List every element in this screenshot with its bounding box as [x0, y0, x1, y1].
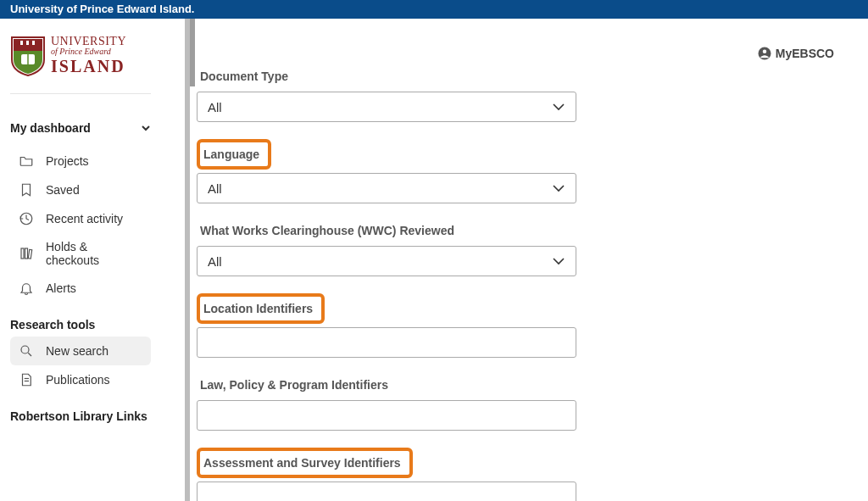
books-icon	[19, 246, 34, 261]
myebsco-link[interactable]: MyEBSCO	[757, 46, 834, 61]
sidebar-item-label: Projects	[46, 154, 89, 168]
svg-rect-2	[26, 41, 29, 45]
sidebar-item-label: Holds & checkouts	[46, 240, 142, 267]
svg-point-10	[21, 346, 29, 353]
input-law-policy[interactable]	[197, 400, 576, 431]
research-tools-heading: Research tools	[10, 318, 151, 331]
logo-text: UNIVERSITY of Prince Edward ISLAND	[51, 36, 126, 75]
chevron-down-icon	[552, 100, 565, 114]
institution-logo: UNIVERSITY of Prince Edward ISLAND	[10, 34, 151, 94]
field-wwc: What Works Clearinghouse (WWC) Reviewed …	[197, 220, 576, 276]
research-tools-nav: New search Publications	[10, 337, 151, 394]
sidebar-item-saved[interactable]: Saved	[10, 175, 151, 204]
input-assessment[interactable]	[197, 482, 576, 501]
field-law-policy: Law, Policy & Program Identifiers	[197, 375, 576, 431]
select-value: All	[208, 254, 222, 269]
sidebar-item-publications[interactable]: Publications	[10, 365, 151, 394]
history-icon	[19, 211, 34, 226]
select-wwc[interactable]: All	[197, 246, 576, 276]
label-law-policy: Law, Policy & Program Identifiers	[197, 375, 392, 395]
search-icon	[19, 343, 34, 359]
bell-icon	[19, 281, 34, 296]
header-title: University of Prince Edward Island.	[10, 3, 194, 15]
label-document-type: Document Type	[197, 66, 292, 86]
svg-line-11	[28, 353, 31, 356]
dashboard-nav: Projects Saved Recent activity Holds & c…	[10, 147, 151, 303]
bookmark-icon	[19, 182, 34, 198]
myebsco-label: MyEBSCO	[776, 47, 834, 60]
input-location-identifiers[interactable]	[197, 327, 576, 358]
sidebar-item-new-search[interactable]: New search	[10, 337, 151, 365]
svg-rect-9	[28, 249, 31, 259]
sidebar-item-holds-checkouts[interactable]: Holds & checkouts	[10, 233, 151, 274]
label-location-identifiers: Location Identifiers	[197, 293, 325, 324]
label-wwc: What Works Clearinghouse (WWC) Reviewed	[197, 220, 458, 241]
my-dashboard-label: My dashboard	[10, 121, 91, 135]
select-language[interactable]: All	[197, 173, 576, 203]
sidebar-item-label: Alerts	[46, 281, 76, 295]
sidebar-item-label: Publications	[46, 373, 110, 387]
sidebar: UNIVERSITY of Prince Edward ISLAND My da…	[0, 19, 161, 501]
main-content: MyEBSCO Document Type All Language All	[161, 19, 868, 501]
svg-rect-3	[32, 41, 35, 45]
sidebar-item-label: New search	[46, 344, 108, 358]
svg-rect-8	[25, 248, 28, 259]
chevron-down-icon	[141, 123, 151, 133]
select-value: All	[208, 181, 222, 196]
label-assessment: Assessment and Survey Identifiers	[197, 448, 413, 478]
label-language: Language	[197, 139, 271, 170]
select-value: All	[208, 100, 222, 114]
my-dashboard-toggle[interactable]: My dashboard	[10, 114, 151, 142]
field-location-identifiers: Location Identifiers	[197, 293, 576, 358]
header-bar: University of Prince Edward Island.	[0, 0, 868, 19]
sidebar-item-label: Recent activity	[46, 212, 123, 225]
scrollbar-thumb[interactable]	[190, 19, 195, 86]
document-icon	[19, 372, 34, 387]
svg-rect-7	[21, 248, 24, 259]
field-assessment: Assessment and Survey Identifiers	[197, 448, 576, 501]
svg-point-15	[763, 50, 767, 54]
sidebar-item-alerts[interactable]: Alerts	[10, 274, 151, 303]
advanced-search-form: Document Type All Language All What Work…	[197, 66, 576, 501]
chevron-down-icon	[552, 254, 565, 268]
sidebar-item-recent-activity[interactable]: Recent activity	[10, 204, 151, 233]
shield-icon	[10, 34, 46, 76]
sidebar-item-label: Saved	[46, 183, 80, 197]
robertson-library-links-heading: Robertson Library Links	[10, 409, 151, 424]
user-icon	[757, 46, 772, 61]
select-document-type[interactable]: All	[197, 92, 576, 122]
chevron-down-icon	[552, 181, 565, 195]
folder-icon	[19, 153, 34, 169]
svg-rect-1	[20, 41, 23, 45]
field-document-type: Document Type All	[197, 66, 576, 122]
sidebar-item-projects[interactable]: Projects	[10, 147, 151, 175]
field-language: Language All	[197, 139, 576, 203]
